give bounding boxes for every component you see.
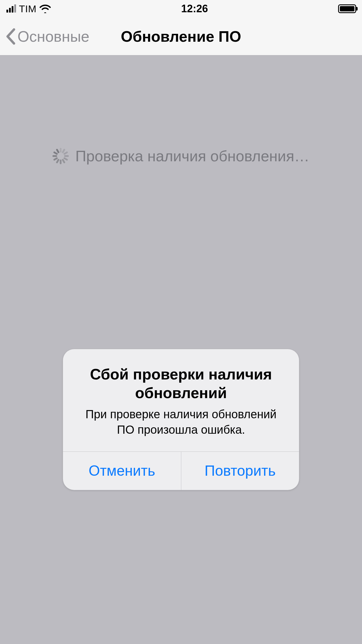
loading-indicator-row: Проверка наличия обновления…: [0, 147, 362, 165]
content-area: Проверка наличия обновления… Сбой провер…: [0, 55, 362, 644]
page-title: Обновление ПО: [121, 28, 241, 45]
cellular-signal-icon: [6, 5, 16, 13]
back-button[interactable]: Основные: [5, 28, 89, 45]
alert-title: Сбой проверки наличия обновлений: [76, 365, 286, 402]
alert-dialog: Сбой проверки наличия обновлений При про…: [63, 349, 299, 490]
alert-message: При проверке наличия обновлений ПО произ…: [76, 407, 286, 438]
clock: 12:26: [181, 3, 208, 15]
back-label: Основные: [17, 28, 89, 45]
battery-icon: [338, 4, 356, 13]
alert-buttons: Отменить Повторить: [63, 452, 299, 490]
retry-button[interactable]: Повторить: [181, 452, 299, 490]
spinner-icon: [52, 148, 69, 164]
carrier-label: TIM: [19, 3, 36, 15]
cancel-button[interactable]: Отменить: [63, 452, 181, 490]
alert-body: Сбой проверки наличия обновлений При про…: [63, 349, 299, 452]
loading-text: Проверка наличия обновления…: [75, 147, 309, 165]
cancel-button-label: Отменить: [89, 462, 155, 479]
retry-button-label: Повторить: [205, 462, 276, 479]
wifi-icon: [39, 4, 51, 13]
chevron-left-icon: [5, 28, 16, 45]
status-left: TIM: [6, 3, 51, 15]
status-bar: TIM 12:26: [0, 0, 362, 18]
nav-bar: Основные Обновление ПО: [0, 18, 362, 55]
status-right: [338, 4, 356, 13]
